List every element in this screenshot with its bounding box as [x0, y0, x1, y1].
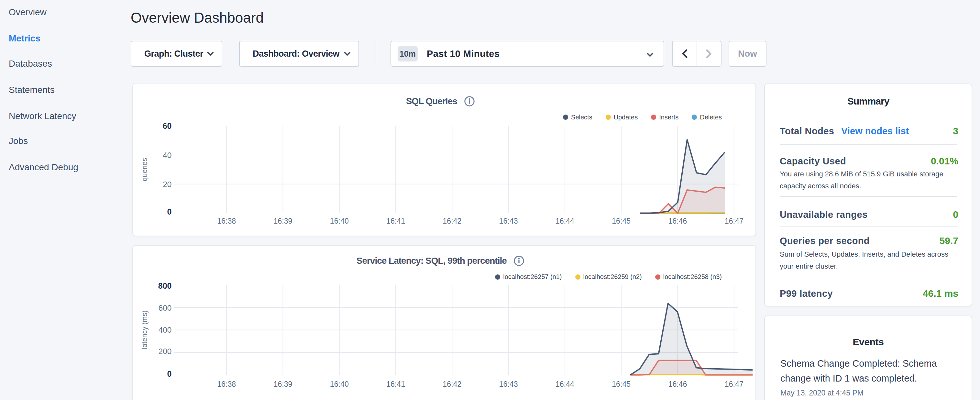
- svg-text:16:47: 16:47: [724, 217, 743, 225]
- svg-text:16:44: 16:44: [555, 380, 574, 388]
- svg-text:0: 0: [167, 369, 172, 378]
- svg-text:20: 20: [163, 180, 172, 189]
- svg-text:0: 0: [167, 207, 172, 216]
- svg-text:16:44: 16:44: [555, 217, 574, 225]
- svg-text:16:38: 16:38: [217, 217, 236, 225]
- svg-text:16:40: 16:40: [330, 217, 348, 225]
- svg-text:40: 40: [163, 151, 172, 159]
- svg-text:16:39: 16:39: [274, 380, 292, 388]
- svg-text:latency (ms): latency (ms): [140, 310, 148, 349]
- svg-text:16:45: 16:45: [612, 380, 631, 388]
- svg-text:16:45: 16:45: [612, 217, 631, 225]
- svg-text:16:46: 16:46: [668, 217, 687, 225]
- svg-text:400: 400: [158, 325, 172, 334]
- svg-text:16:43: 16:43: [499, 380, 518, 388]
- svg-text:16:40: 16:40: [330, 380, 348, 388]
- svg-text:queries: queries: [140, 158, 148, 181]
- svg-text:200: 200: [158, 347, 172, 356]
- svg-text:16:46: 16:46: [668, 380, 687, 388]
- svg-text:600: 600: [158, 304, 172, 312]
- svg-text:16:42: 16:42: [442, 217, 461, 225]
- svg-text:16:39: 16:39: [274, 217, 292, 225]
- svg-text:16:43: 16:43: [499, 217, 518, 225]
- svg-text:16:47: 16:47: [724, 380, 743, 388]
- svg-text:16:38: 16:38: [217, 380, 236, 388]
- svg-text:16:41: 16:41: [386, 380, 405, 388]
- svg-text:16:41: 16:41: [386, 217, 405, 225]
- svg-text:16:42: 16:42: [442, 380, 461, 388]
- svg-text:60: 60: [162, 121, 172, 131]
- svg-text:800: 800: [158, 281, 172, 290]
